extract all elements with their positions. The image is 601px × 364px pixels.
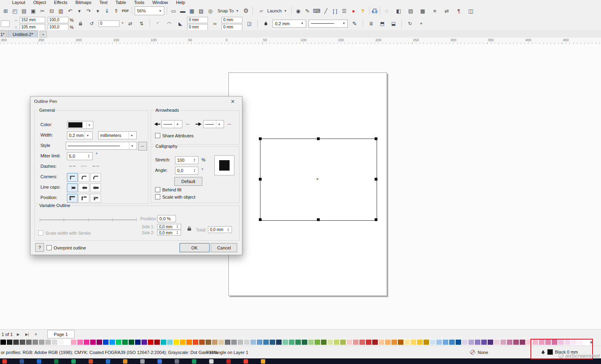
- palette-swatch[interactable]: [308, 339, 314, 345]
- palette-swatch[interactable]: [288, 339, 295, 345]
- palette-swatch[interactable]: [571, 339, 577, 345]
- selection-handle[interactable]: [259, 137, 262, 140]
- palette-swatch[interactable]: [359, 339, 365, 345]
- brackets-icon[interactable]: [ ]: [331, 6, 339, 15]
- save-icon[interactable]: ▣: [29, 6, 37, 15]
- import-icon[interactable]: ⇓: [103, 6, 111, 15]
- palette-swatch[interactable]: [115, 339, 122, 345]
- corner-radius-br-field[interactable]: 0 mm: [222, 24, 242, 30]
- palette-swatch[interactable]: [263, 339, 269, 345]
- chevron-down-icon[interactable]: ▼: [216, 121, 222, 128]
- palette-swatch[interactable]: [295, 339, 301, 345]
- taskbar-app-icon-13[interactable]: [209, 359, 214, 364]
- show-guidelines-icon[interactable]: ▨: [197, 6, 205, 15]
- document-tab-active[interactable]: Untitled-2*: [8, 30, 37, 38]
- palette-swatch[interactable]: [109, 339, 115, 345]
- scale-width-with-stroke-checkbox[interactable]: [38, 230, 43, 235]
- export-icon[interactable]: ⇑: [112, 6, 120, 15]
- link-sides-lock-icon[interactable]: [187, 226, 192, 232]
- palette-swatch[interactable]: [0, 339, 6, 345]
- palette-swatch[interactable]: [526, 339, 532, 345]
- palette-swatch[interactable]: [276, 339, 282, 345]
- palette-swatch[interactable]: [19, 339, 26, 345]
- palette-swatch[interactable]: [141, 339, 147, 345]
- chevron-down-icon[interactable]: ▼: [342, 22, 345, 25]
- barcode-icon[interactable]: ☰: [340, 6, 348, 15]
- square-cap-button[interactable]: [90, 183, 101, 192]
- open-document-icon[interactable]: ◰: [11, 6, 19, 15]
- snap-off-icon[interactable]: ◎: [206, 6, 214, 15]
- palette-swatch[interactable]: [269, 339, 276, 345]
- palette-swatch[interactable]: [103, 339, 109, 345]
- palette-swatch[interactable]: [423, 339, 430, 345]
- dash-style-2-button[interactable]: [79, 163, 89, 171]
- palette-swatch[interactable]: [212, 339, 218, 345]
- palette-swatch[interactable]: [256, 339, 263, 345]
- rotation-angle-field[interactable]: 0: [99, 20, 119, 27]
- palette-swatch[interactable]: [417, 339, 423, 345]
- search-content-icon[interactable]: ◌: [383, 6, 391, 15]
- transformations-icon[interactable]: ⇄: [443, 6, 451, 15]
- bevel-corner-button[interactable]: [90, 173, 101, 182]
- close-icon[interactable]: ✕: [227, 97, 238, 105]
- palette-swatch[interactable]: [340, 339, 346, 345]
- ok-button[interactable]: OK: [179, 243, 210, 252]
- object-width-field[interactable]: 152 mm: [20, 17, 45, 23]
- wrap-text-icon[interactable]: ≣: [367, 19, 375, 28]
- palette-swatch[interactable]: [321, 339, 327, 345]
- chevron-down-icon[interactable]: ▼: [129, 132, 135, 139]
- taskbar-app-icon-8[interactable]: [123, 359, 127, 364]
- palette-swatch[interactable]: [506, 339, 513, 345]
- palette-swatch[interactable]: [51, 339, 58, 345]
- selection-handle[interactable]: [375, 218, 377, 221]
- add-page-icon[interactable]: +: [33, 331, 39, 338]
- palette-swatch[interactable]: [90, 339, 96, 345]
- horizontal-ruler[interactable]: 3002502001501005005010015020025030035040…: [0, 38, 601, 44]
- taskbar-app-icon-14[interactable]: [226, 359, 231, 364]
- stretch-spinner[interactable]: 100 ▲▼: [175, 156, 198, 164]
- palette-swatch[interactable]: [545, 339, 551, 345]
- new-document-icon[interactable]: ⊞: [2, 6, 10, 15]
- start-arrowhead-combobox[interactable]: ▼: [161, 120, 182, 128]
- menu-tools[interactable]: Tools: [134, 0, 145, 5]
- palette-swatch[interactable]: [38, 339, 45, 345]
- taskbar-app-icon-3[interactable]: [37, 359, 41, 364]
- chevron-down-icon[interactable]: ▼: [300, 22, 304, 25]
- palette-swatch[interactable]: [487, 339, 494, 345]
- scale-y-field[interactable]: 100,0: [48, 24, 69, 30]
- palette-swatch[interactable]: [250, 339, 256, 345]
- palette-swatch[interactable]: [26, 339, 32, 345]
- pen-settings-icon[interactable]: ✎: [303, 6, 311, 15]
- palette-swatch[interactable]: [410, 339, 417, 345]
- to-front-icon[interactable]: ⬒: [378, 19, 387, 28]
- palette-swatch[interactable]: [96, 339, 103, 345]
- palette-swatch[interactable]: [218, 339, 224, 345]
- taskbar-app-icon-5[interactable]: [71, 359, 76, 364]
- spinner-arrows-icon[interactable]: ▲▼: [175, 225, 179, 229]
- copy-icon[interactable]: ⊟: [48, 6, 56, 15]
- palette-swatch[interactable]: [391, 339, 397, 345]
- palette-swatch[interactable]: [186, 339, 192, 345]
- add-control-icon[interactable]: +: [417, 19, 426, 28]
- palette-swatch[interactable]: [513, 339, 519, 345]
- selection-handle[interactable]: [259, 218, 262, 221]
- palette-swatch[interactable]: [244, 339, 250, 345]
- mirror-horizontal-icon[interactable]: ⇄: [126, 19, 135, 28]
- menu-layout[interactable]: Layout: [12, 0, 25, 5]
- taskbar-app-icon-7[interactable]: [106, 359, 110, 364]
- nib-shape-preview[interactable]: [214, 155, 234, 175]
- start-arrowhead-options-button[interactable]: •••: [184, 120, 192, 128]
- menu-bitmaps[interactable]: Bitmaps: [75, 0, 91, 5]
- palette-swatch[interactable]: [147, 339, 154, 345]
- palette-swatch[interactable]: [77, 339, 83, 345]
- palette-swatch[interactable]: [468, 339, 474, 345]
- menu-window[interactable]: Window: [152, 0, 168, 5]
- taskbar-app-icon-15[interactable]: [244, 359, 248, 364]
- chevron-down-icon[interactable]: ▼: [129, 142, 135, 149]
- zoom-combobox[interactable]: 56% ▼: [135, 6, 164, 15]
- propbar-clipped-field[interactable]: [1, 20, 10, 27]
- palette-swatch[interactable]: [462, 339, 468, 345]
- palette-swatch[interactable]: [13, 339, 19, 345]
- position-outside-button[interactable]: [67, 194, 78, 203]
- keyboard-icon[interactable]: ⌨: [313, 6, 321, 15]
